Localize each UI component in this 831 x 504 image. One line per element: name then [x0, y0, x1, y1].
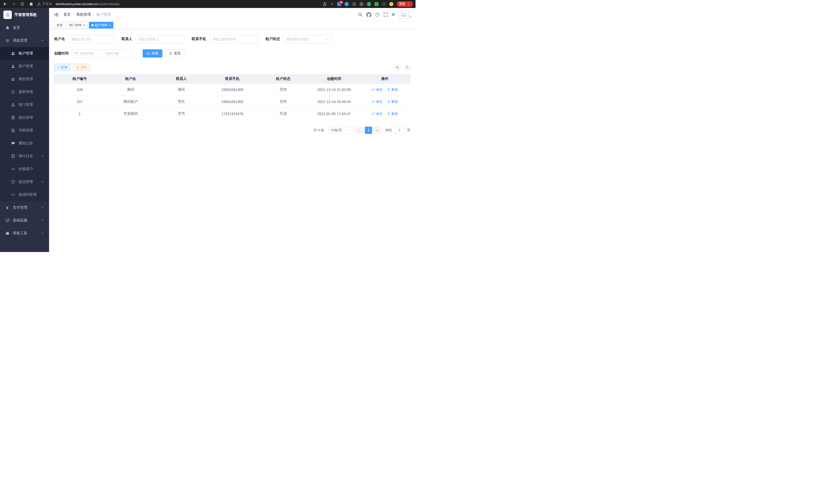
- back-button[interactable]: [3, 2, 7, 6]
- address-bar[interactable]: dashboard.yudao.iocoder.cn/system/tenant: [56, 2, 119, 6]
- tab-tenant[interactable]: 租户管理 ×: [89, 22, 114, 29]
- extension-icon-3[interactable]: [352, 2, 356, 6]
- contact-input-field[interactable]: [139, 37, 182, 41]
- delete-link[interactable]: 删除: [387, 99, 398, 104]
- browser-update-button[interactable]: 更新 ⋮: [397, 1, 413, 7]
- sidebar-item-label: 租户管理: [19, 51, 33, 56]
- org-tree-icon: [11, 103, 15, 107]
- status-select-field[interactable]: [286, 37, 324, 41]
- forward-button[interactable]: [11, 2, 16, 6]
- sidebar-item-tenant[interactable]: 租户管理: [0, 47, 49, 60]
- prev-page-button[interactable]: ‹: [355, 127, 363, 134]
- sidebar-item-payment[interactable]: ¥ 支付管理: [0, 201, 49, 214]
- sidebar-collapse-icon[interactable]: [53, 12, 59, 17]
- date-start-input[interactable]: [80, 52, 99, 56]
- extension-icon-2[interactable]: [345, 2, 349, 6]
- phone-input[interactable]: [209, 35, 259, 43]
- table-toolbar: + 新增 导出: [54, 64, 410, 71]
- calendar-icon: [75, 52, 78, 55]
- page-size-select[interactable]: 10条/页: [328, 127, 353, 134]
- trash-icon: [387, 112, 390, 115]
- sidebar-item-dev-tools[interactable]: 研发工具: [0, 227, 49, 240]
- refresh-table-button[interactable]: [404, 64, 410, 71]
- edit-link[interactable]: 修改: [372, 99, 382, 104]
- home-button[interactable]: [29, 2, 33, 6]
- bookmark-star-icon[interactable]: ☆: [331, 2, 334, 6]
- github-icon[interactable]: [366, 12, 371, 17]
- extension-icon-1[interactable]: 10: [337, 2, 341, 6]
- book-icon: [11, 128, 15, 132]
- sidebar-item-online-users[interactable]: 在线用户: [0, 162, 49, 175]
- tab-label: 首页: [57, 23, 63, 28]
- date-end-input[interactable]: [105, 52, 125, 56]
- delete-link[interactable]: 删除: [387, 112, 398, 116]
- edit-link[interactable]: 修改: [372, 112, 382, 116]
- sidebar-item-posts[interactable]: 岗位管理: [0, 111, 49, 124]
- table-row: 1 芋道源码 芋艿 17321315478 开启 2021-01-05 17:0…: [54, 108, 410, 120]
- search-icon: [396, 66, 399, 69]
- chevron-down-icon: [41, 155, 44, 158]
- trash-icon: [387, 88, 390, 91]
- sidebar-item-dictionary[interactable]: 字典管理: [0, 124, 49, 137]
- menu-list-icon: [11, 90, 15, 94]
- goto-page-input[interactable]: [394, 127, 405, 134]
- reset-button[interactable]: 重置: [165, 49, 185, 58]
- breadcrumb-separator: /: [73, 12, 74, 17]
- edit-link[interactable]: 修改: [372, 87, 382, 92]
- add-button[interactable]: + 新增: [54, 64, 70, 71]
- font-size-icon[interactable]: tT: [392, 12, 395, 17]
- download-icon: [76, 66, 79, 69]
- cell-actions: 修改 删除: [360, 95, 410, 108]
- delete-link[interactable]: 删除: [387, 87, 398, 92]
- extension-icon-4[interactable]: [360, 2, 364, 6]
- extension-icon-8[interactable]: [389, 2, 393, 6]
- app-logo[interactable]: 芋道管理系统: [0, 8, 49, 21]
- security-indicator[interactable]: 不安全: [37, 2, 52, 6]
- browser-menu-kebab-icon[interactable]: ⋮: [407, 2, 411, 6]
- search-icon[interactable]: [358, 12, 363, 17]
- phone-input-field[interactable]: [212, 37, 256, 41]
- toggle-search-button[interactable]: [394, 64, 401, 71]
- export-button[interactable]: 导出: [73, 64, 90, 71]
- extension-icon-6[interactable]: [374, 2, 378, 6]
- next-page-button[interactable]: ›: [374, 127, 381, 134]
- fullscreen-icon[interactable]: [383, 12, 388, 17]
- monitor-icon: [5, 218, 9, 223]
- close-icon[interactable]: ×: [83, 24, 85, 27]
- sidebar-item-menus[interactable]: 菜单管理: [0, 86, 49, 98]
- contact-input[interactable]: [136, 35, 185, 43]
- tenant-name-input-field[interactable]: [71, 37, 112, 41]
- extension-icon-5[interactable]: [367, 2, 371, 6]
- sidebar-item-roles[interactable]: 角色管理: [0, 73, 49, 86]
- breadcrumb: 首页 / 系统管理 / 租户管理: [63, 12, 111, 17]
- sidebar-item-departments[interactable]: 部门管理: [0, 98, 49, 111]
- sidebar-item-home[interactable]: 首页: [0, 21, 49, 34]
- status-select[interactable]: [283, 35, 332, 43]
- sidebar-item-audit-log[interactable]: 审计日志: [0, 150, 49, 162]
- page-number-1[interactable]: 1: [365, 127, 372, 134]
- date-range-picker[interactable]: -: [72, 49, 133, 58]
- sidebar-item-users[interactable]: 用户管理: [0, 60, 49, 73]
- sidebar-item-system[interactable]: 系统管理: [0, 34, 49, 47]
- tab-department[interactable]: 部门管理 ×: [66, 22, 88, 29]
- sidebar-item-sms[interactable]: 短信管理: [0, 175, 49, 188]
- search-button[interactable]: 搜索: [143, 49, 163, 58]
- cell-actions: 修改 删除: [360, 84, 410, 95]
- share-icon[interactable]: [322, 2, 327, 6]
- sidebar-item-label: 错误码管理: [19, 192, 36, 197]
- close-icon[interactable]: ×: [109, 24, 111, 27]
- sidebar-item-notices[interactable]: 通知公告: [0, 137, 49, 150]
- reload-button[interactable]: [20, 2, 25, 6]
- breadcrumb-system[interactable]: 系统管理: [76, 12, 91, 17]
- help-icon[interactable]: ?: [375, 12, 379, 17]
- refresh-icon: [169, 52, 172, 55]
- user-menu[interactable]: ▾: [399, 11, 411, 19]
- sidebar-item-error-codes[interactable]: 错误码管理: [0, 188, 49, 201]
- extension-icon-7[interactable]: [382, 2, 386, 6]
- delete-label: 删除: [391, 112, 398, 116]
- sidebar-item-infrastructure[interactable]: 基础设施: [0, 214, 49, 227]
- tab-home[interactable]: 首页: [54, 22, 65, 29]
- home-icon: [5, 26, 9, 30]
- tenant-name-input[interactable]: [68, 35, 115, 43]
- breadcrumb-home[interactable]: 首页: [63, 12, 71, 17]
